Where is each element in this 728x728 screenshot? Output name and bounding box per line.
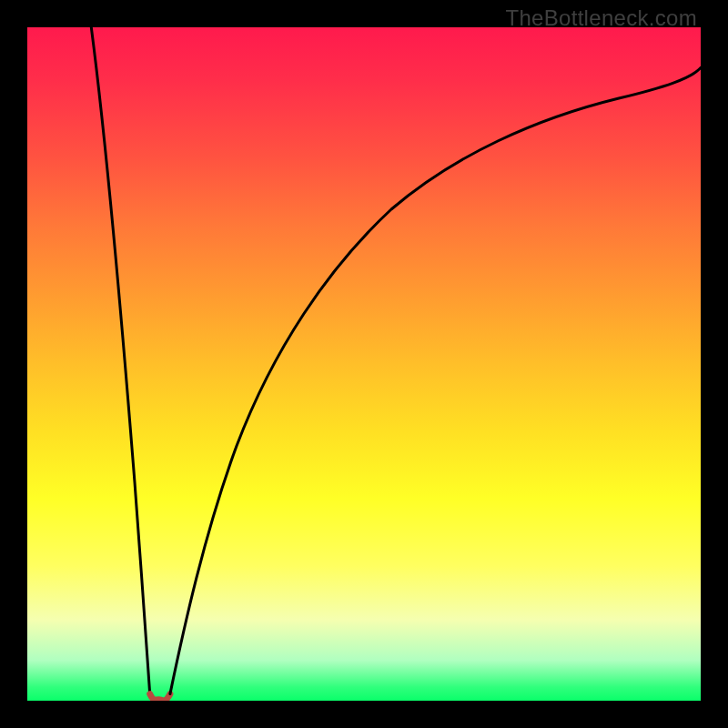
- plot-area: [27, 27, 701, 701]
- curve-left-branch: [91, 27, 149, 694]
- bottleneck-curve: [27, 27, 701, 701]
- curve-right-branch: [170, 67, 701, 693]
- chart-frame: TheBottleneck.com: [0, 0, 728, 728]
- watermark-text: TheBottleneck.com: [505, 5, 697, 31]
- curve-valley-marker: [150, 694, 170, 701]
